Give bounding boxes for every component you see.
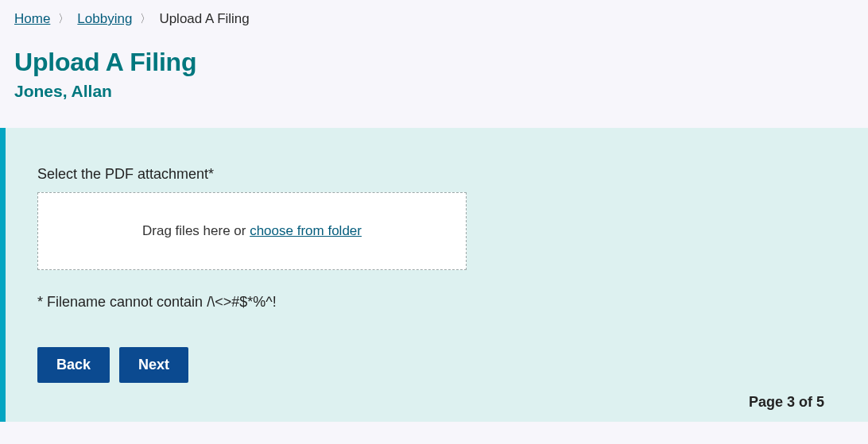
page-subtitle: Jones, Allan — [14, 82, 854, 101]
choose-from-folder-link[interactable]: choose from folder — [250, 223, 362, 238]
chevron-right-icon: 〉 — [58, 12, 69, 26]
button-row: Back Next — [37, 347, 836, 383]
back-button[interactable]: Back — [37, 347, 110, 383]
breadcrumb-home[interactable]: Home — [14, 11, 50, 27]
breadcrumb-lobbying[interactable]: Lobbying — [77, 11, 132, 27]
chevron-right-icon: 〉 — [140, 12, 151, 26]
file-dropzone[interactable]: Drag files here or choose from folder — [37, 192, 467, 270]
dropzone-text: Drag files here or — [142, 223, 250, 238]
form-panel: Select the PDF attachment* Drag files he… — [0, 128, 868, 422]
breadcrumb: Home 〉 Lobbying 〉 Upload A Filing — [14, 11, 854, 27]
page-indicator: Page 3 of 5 — [749, 394, 824, 411]
filename-note: * Filename cannot contain /\<>#$*%^! — [37, 294, 836, 311]
page-title: Upload A Filing — [14, 48, 854, 77]
breadcrumb-current: Upload A Filing — [159, 11, 249, 27]
attachment-label: Select the PDF attachment* — [37, 166, 836, 183]
next-button[interactable]: Next — [119, 347, 188, 383]
